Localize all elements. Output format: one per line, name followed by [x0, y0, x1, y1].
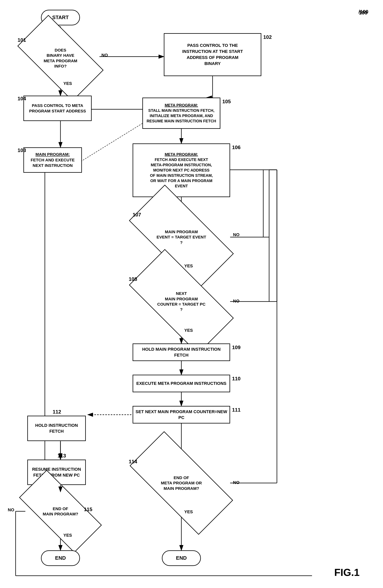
ref-114: 114 — [129, 459, 137, 465]
label-no1: NO — [101, 53, 108, 58]
end1-shape: END — [41, 550, 80, 566]
ref-115: 115 — [84, 506, 92, 512]
label-no2: NO — [233, 232, 240, 237]
box-103: MAIN PROGRAM: FETCH AND EXECUTENEXT INST… — [23, 147, 82, 173]
diamond-114-text: END OFMETA PROGRAM ORMAIN PROGRAM? — [133, 459, 229, 507]
box-103-text: MAIN PROGRAM: FETCH AND EXECUTENEXT INST… — [31, 152, 75, 168]
label-no4: NO — [233, 480, 240, 485]
diamond-107-text: MAIN PROGRAMEVENT = TARGET EVENT? — [133, 212, 229, 262]
ref-106: 106 — [232, 145, 241, 150]
ref-109: 109 — [232, 344, 241, 351]
end1-label: END — [55, 555, 66, 562]
box-102-text: PASS CONTROL TO THEINSTRUCTION AT THE ST… — [182, 42, 243, 66]
label-yes4: YES — [184, 509, 193, 514]
box-109-text: HOLD MAIN PROGRAM INSTRUCTION FETCH — [135, 346, 228, 358]
ref-102: 102 — [263, 34, 272, 40]
diagram-container: START 100 /100 DOESBINARY HAVEMETA PROGR… — [0, 0, 383, 588]
ref-108: 108 — [129, 276, 137, 282]
box-112-text: HOLD INSTRUCTIONFETCH — [35, 422, 78, 434]
label-yes1: YES — [63, 81, 72, 86]
label-yes5: YES — [63, 533, 72, 538]
ref-110: 110 — [232, 376, 241, 382]
box-111: SET NEXT MAIN PROGRAM COUNTER=NEW PC — [133, 406, 230, 423]
diamond-108-text: NEXTMAIN PROGRAMCOUNTER = TARGET PC? — [133, 277, 229, 326]
end2-shape: END — [162, 550, 201, 566]
box-106-text: META PROGRAM: FETCH AND EXECUTE NEXTMETA… — [150, 152, 213, 189]
ref-105: 105 — [222, 99, 231, 105]
box-104-text: PASS CONTROL TO METAPROGRAM START ADDRES… — [29, 103, 86, 114]
box-106: META PROGRAM: FETCH AND EXECUTE NEXTMETA… — [133, 144, 230, 197]
box-105: META PROGRAM: STALL MAIN INSTRUCTION FET… — [142, 98, 220, 129]
label-no3: NO — [233, 299, 240, 304]
ref-103: 103 — [18, 147, 26, 153]
box-105-text: META PROGRAM: STALL MAIN INSTRUCTION FET… — [147, 103, 216, 124]
box-110-text: EXECUTE META PROGRAM INSTRUCTIONS — [136, 380, 226, 386]
diamond-101-text: DOESBINARY HAVEMETA PROGRAMINFO? — [22, 37, 99, 79]
box-104: PASS CONTROL TO METAPROGRAM START ADDRES… — [23, 96, 92, 121]
ref-107: 107 — [133, 212, 141, 218]
box-113-text: RESUME INSTRUCTIONFETCH FROM NEW PC — [32, 466, 81, 478]
ref-101: 101 — [18, 37, 26, 43]
label-no5: NO — [8, 507, 14, 512]
box-102: PASS CONTROL TO THEINSTRUCTION AT THE ST… — [164, 33, 261, 76]
ref-100-tick: /100 — [358, 9, 368, 15]
ref-111: 111 — [232, 407, 241, 413]
end2-label: END — [176, 555, 187, 562]
label-yes2: YES — [184, 263, 193, 269]
box-111-text: SET NEXT MAIN PROGRAM COUNTER=NEW PC — [135, 409, 228, 420]
box-109: HOLD MAIN PROGRAM INSTRUCTION FETCH — [133, 343, 230, 361]
ref-112: 112 — [53, 409, 61, 415]
ref-104: 104 — [18, 96, 26, 102]
label-yes3: YES — [184, 328, 193, 333]
box-112: HOLD INSTRUCTIONFETCH — [27, 416, 86, 441]
diamond-114: END OFMETA PROGRAM ORMAIN PROGRAM? — [130, 431, 233, 535]
ref-113: 113 — [58, 453, 66, 459]
diamond-101: DOESBINARY HAVEMETA PROGRAMINFO? — [17, 15, 103, 101]
box-110: EXECUTE META PROGRAM INSTRUCTIONS — [133, 375, 230, 392]
figure-label: FIG.1 — [334, 567, 360, 578]
